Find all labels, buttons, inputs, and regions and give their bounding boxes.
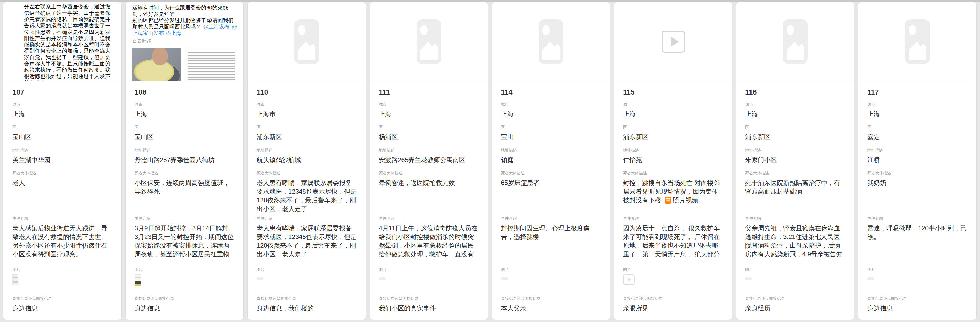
district-value: 浦东新区 xyxy=(257,133,356,141)
card-fields: 110 城市 上海市 区 浦东新区 地址描述 航头镇鹤沙航城 死者大体描述 老人… xyxy=(248,88,366,312)
event-value: 3月9日起开始封控，3月14日解封。3月23日又一轮封控开始，期间这位保安始终没… xyxy=(135,224,234,259)
city-value: 上海 xyxy=(379,109,479,118)
city-value: 上海市 xyxy=(257,109,356,118)
record-card[interactable]: 分左右联系上中华西居委会，通过微信语音确认了这一事实。由于需要保护患者家属的隐私… xyxy=(3,2,122,320)
card-fields: 107 城市 上海 区 宝山区 地址描述 美兰湖中华园 死者大体描述 老人 事件… xyxy=(3,88,121,312)
image-placeholder-icon xyxy=(294,19,319,64)
event-value: 4月11日上午，这位消毒防疫人员在给我们小区封控楼做消杀的时候突然晕倒，小区里有… xyxy=(379,224,479,259)
card-media[interactable] xyxy=(614,2,732,81)
record-card[interactable]: 115 城市 上海 区 浦东新区 地址描述 仁怡苑 死者大体描述 封控，跳楼自杀… xyxy=(614,2,732,320)
field-label-deceased: 死者大体描述 xyxy=(257,170,356,176)
record-card[interactable]: 111 城市 上海 区 杨浦区 地址描述 安波路265弄兰花教师公寓南区 死者大… xyxy=(369,2,488,320)
attachment-thumbnail[interactable] xyxy=(501,278,508,280)
field-label-city: 城市 xyxy=(135,102,234,107)
field-label-source: 直接信息还是间接信息 xyxy=(379,296,479,301)
field-label-city: 城市 xyxy=(745,102,845,107)
record-card[interactable]: 114 城市 上海 区 宝山 地址描述 铂庭 死者大体描述 65岁癌症患者 事件… xyxy=(492,2,610,320)
attachment-thumbnail[interactable] xyxy=(257,278,264,280)
city-value: 上海 xyxy=(623,109,723,118)
card-fields: 114 城市 上海 区 宝山 地址描述 铂庭 死者大体描述 65岁癌症患者 事件… xyxy=(492,88,610,312)
event-value: 昏迷，呼吸微弱，120半小时到，已晚。 xyxy=(867,224,967,259)
deceased-value: 封控，跳楼自杀当场死亡 对面楼邻居只看见听见现场情况，因为集体被封没有下楼 有照… xyxy=(623,178,723,213)
field-label-district: 区 xyxy=(501,125,601,130)
gallery-cards-row: 分左右联系上中华西居委会，通过微信语音确认了这一事实。由于需要保护患者家属的隐私… xyxy=(0,2,980,320)
card-media[interactable] xyxy=(248,2,366,81)
field-label-source: 直接信息还是间接信息 xyxy=(623,296,723,301)
image-placeholder-icon xyxy=(417,19,441,64)
city-value: 上海 xyxy=(867,109,967,118)
field-label-source: 直接信息还是间接信息 xyxy=(745,296,845,301)
card-media[interactable] xyxy=(858,2,976,81)
field-label-event: 事件介绍 xyxy=(501,216,601,221)
record-card[interactable]: 110 城市 上海市 区 浦东新区 地址描述 航头镇鹤沙航城 死者大体描述 老人… xyxy=(247,2,366,320)
field-label-event: 事件介绍 xyxy=(745,216,845,221)
card-fields: 117 城市 上海 区 嘉定 地址描述 江桥 死者大体描述 我奶奶 事件介绍 昏… xyxy=(858,88,976,312)
post-text-line1: 运输有时间，为什么跟居委会的60的菜能到，还好多是烂的 xyxy=(132,5,238,17)
source-value: 身边信息 xyxy=(13,304,112,312)
district-value: 嘉定 xyxy=(867,133,967,141)
mention-link: @上海发布 xyxy=(203,24,229,30)
image-placeholder-icon xyxy=(783,19,808,64)
attachment-thumbnail[interactable] xyxy=(623,274,635,285)
field-label-source: 直接信息还是间接信息 xyxy=(501,296,601,301)
district-value: 浦东新区 xyxy=(745,133,845,141)
video-play-icon xyxy=(662,30,685,53)
record-number: 111 xyxy=(379,88,479,97)
card-media[interactable] xyxy=(370,2,488,81)
card-media[interactable] xyxy=(736,2,854,81)
address-value: 铂庭 xyxy=(501,155,601,164)
card-fields: 108 城市 上海 区 宝山区 地址描述 丹霞山路257弄馨佳园八街坊 死者大体… xyxy=(126,88,243,312)
record-number: 108 xyxy=(135,88,234,97)
image-placeholder-icon xyxy=(905,19,930,64)
field-label-district: 区 xyxy=(13,125,112,130)
record-number: 107 xyxy=(13,88,112,97)
record-card[interactable]: 117 城市 上海 区 嘉定 地址描述 江桥 死者大体描述 我奶奶 事件介绍 昏… xyxy=(858,2,977,320)
record-card[interactable]: 运输有时间，为什么跟居委会的60的菜能到，还好多是烂的 别的区都已经分发过几批物… xyxy=(125,2,244,320)
attachment-thumbnail[interactable] xyxy=(379,278,386,280)
field-label-district: 区 xyxy=(257,125,356,130)
field-label-address: 地址描述 xyxy=(867,148,967,153)
city-value: 上海 xyxy=(745,109,845,118)
source-value: 身边信息，我们楼的 xyxy=(257,304,356,312)
field-label-image: 图片 xyxy=(745,267,845,272)
field-label-city: 城市 xyxy=(257,102,356,107)
event-value: 父亲周嘉祖，肾衰且瘫痪在床靠血透维持生命，3.21住进第七人民医院肾病科治疗，由… xyxy=(745,224,845,259)
card-fields: 111 城市 上海 区 杨浦区 地址描述 安波路265弄兰花教师公寓南区 死者大… xyxy=(370,88,488,312)
attachment-thumbnail[interactable] xyxy=(745,278,752,280)
attachment-thumbnail[interactable] xyxy=(135,274,141,286)
attachment-row xyxy=(379,274,479,286)
deceased-value: 老人 xyxy=(13,178,112,213)
district-value: 杨浦区 xyxy=(379,133,479,141)
card-media[interactable]: 运输有时间，为什么跟居委会的60的菜能到，还好多是烂的 别的区都已经分发过几批物… xyxy=(126,2,243,81)
field-label-deceased: 死者大体描述 xyxy=(867,170,967,176)
card-media[interactable] xyxy=(492,2,610,81)
field-label-source: 直接信息还是间接信息 xyxy=(867,296,967,301)
field-label-address: 地址描述 xyxy=(623,148,723,153)
record-card[interactable]: 116 城市 上海 区 浦东新区 地址描述 朱家门小区 死者大体描述 死于浦东医… xyxy=(736,2,854,320)
attachment-thumbnail[interactable] xyxy=(13,274,18,285)
card-fields: 115 城市 上海 区 浦东新区 地址描述 仁怡苑 死者大体描述 封控，跳楼自杀… xyxy=(614,88,732,312)
address-value: 美兰湖中华园 xyxy=(13,155,112,164)
field-label-event: 事件介绍 xyxy=(135,216,234,221)
field-label-deceased: 死者大体描述 xyxy=(379,170,479,176)
cabbage-photo xyxy=(132,48,181,81)
attachment-thumbnail[interactable] xyxy=(867,278,874,280)
field-label-address: 地址描述 xyxy=(501,148,601,153)
field-label-address: 地址描述 xyxy=(745,148,845,153)
card-media[interactable]: 分左右联系上中华西居委会，通过微信语音确认了这一事实。由于需要保护患者家属的隐私… xyxy=(3,2,121,81)
field-label-city: 城市 xyxy=(13,102,112,107)
field-label-image: 图片 xyxy=(867,267,967,272)
translate-link: 查看翻译 xyxy=(132,38,238,44)
city-value: 上海 xyxy=(135,109,234,118)
source-value: 身边信息 xyxy=(867,304,967,312)
field-label-deceased: 死者大体描述 xyxy=(501,170,601,176)
deceased-value: 死于浦东医院新冠隔离治疗中，有肾衰高血压封基础病 xyxy=(745,178,845,213)
play-triangle-icon xyxy=(671,36,679,47)
attachment-row xyxy=(501,274,601,286)
field-label-image: 图片 xyxy=(135,267,234,272)
deceased-value: 65岁癌症患者 xyxy=(501,178,601,213)
deceased-value: 老人患有哮喘，家属联系居委报备要求就医，12345也表示尽快，但是120依然来不… xyxy=(257,178,356,213)
event-value: 老人感染后物业街道无人跟进，导致老人在没有救援的情况下去世。另外该小区还有不少阳… xyxy=(13,224,112,259)
address-value: 朱家门小区 xyxy=(745,155,845,164)
attachment-text-screenshot: 分左右联系上中华西居委会，通过微信语音确认了这一事实。由于需要保护患者家属的隐私… xyxy=(3,2,121,81)
